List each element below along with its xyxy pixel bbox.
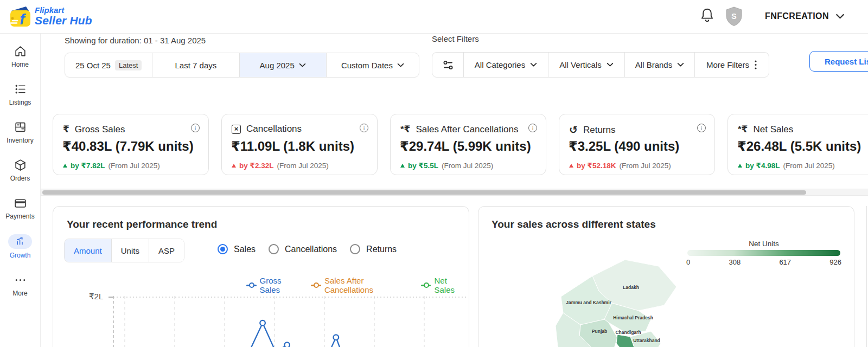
metric-value: ₹11.09L (1.8K units) xyxy=(231,139,354,154)
date-tab-label: Aug 2025 xyxy=(260,61,295,70)
delta-note: (From Jul 2025) xyxy=(277,162,328,170)
delta-up-icon xyxy=(400,164,405,168)
radio-label: Cancellations xyxy=(285,245,337,254)
radio-sales[interactable]: Sales xyxy=(218,244,256,254)
date-tab-last-7-days[interactable]: Last 7 days xyxy=(152,53,239,77)
y-axis-label: ₹2L xyxy=(89,292,103,301)
tab-asp[interactable]: ASP xyxy=(149,239,184,262)
tab-amount[interactable]: Amount xyxy=(65,239,112,262)
info-icon[interactable] xyxy=(697,124,706,132)
latest-badge: Latest xyxy=(115,60,142,70)
cancel-box-icon xyxy=(232,125,241,134)
brand-text: Flipkart Seller Hub xyxy=(35,6,92,27)
account-menu[interactable]: FNFCREATION xyxy=(765,9,845,23)
inventory-icon xyxy=(14,120,27,134)
metric-card-net-sales: Net Sales ₹26.48L (5.5K units) by ₹4.98L… xyxy=(727,114,868,175)
india-states-map[interactable]: Ladakh Jammu and Kashmir Himachal Prades… xyxy=(511,245,706,347)
more-filters-button[interactable]: More Filters xyxy=(695,53,769,77)
delta-note: (From Jul 2025) xyxy=(783,162,834,170)
seller-shield-avatar[interactable]: S xyxy=(725,6,743,27)
delta-up-icon xyxy=(569,164,573,168)
netunits-ticks: 0 308 617 926 xyxy=(686,258,841,266)
sidebar-item-label: Payments xyxy=(5,213,34,220)
states-sales-card: Your sales across different states Net U… xyxy=(478,206,854,347)
sidebar-item-inventory[interactable]: Inventory xyxy=(1,120,40,144)
sidebar-item-orders[interactable]: Orders xyxy=(1,158,40,182)
cards-horizontal-scrollbar[interactable] xyxy=(41,189,868,196)
netunits-tick: 617 xyxy=(779,258,791,266)
sidebar-item-listings[interactable]: Listings xyxy=(1,82,40,106)
state-label-ladakh: Ladakh xyxy=(623,285,639,290)
date-tab-label: Custom Dates xyxy=(341,61,393,70)
radio-cancellations[interactable]: Cancellations xyxy=(269,244,337,254)
filter-label: More Filters xyxy=(706,60,749,69)
filter-label: All Verticals xyxy=(559,60,602,69)
chevron-down-icon xyxy=(299,63,306,68)
date-tab-custom-dates[interactable]: Custom Dates xyxy=(327,53,419,77)
metric-value: ₹29.74L (5.99K units) xyxy=(400,139,531,154)
brand-line2: Seller Hub xyxy=(35,15,92,27)
metric-radio-group: Sales Cancellations Returns xyxy=(218,244,397,254)
legend-marker-icon xyxy=(246,285,257,286)
info-icon[interactable] xyxy=(360,124,368,132)
date-tab-latest[interactable]: 25 Oct 25 Latest xyxy=(65,53,152,77)
data-point-marker[interactable] xyxy=(334,335,339,340)
metric-value: ₹26.48L (5.5K units) xyxy=(737,139,861,154)
metric-card-cancellations: Cancellations ₹11.09L (1.8K units) by ₹2… xyxy=(221,114,378,175)
metric-card-gross-sales: Gross Sales ₹40.83L (7.79K units) by ₹7.… xyxy=(53,114,209,175)
rupee-star-icon xyxy=(738,124,748,135)
delta-text: by ₹4.98L xyxy=(745,161,780,170)
delta-note: (From Jul 2025) xyxy=(619,162,671,170)
filter-sliders-button[interactable] xyxy=(432,53,464,77)
delta-up-icon xyxy=(738,164,742,168)
sidebar-item-payments[interactable]: Payments xyxy=(1,196,40,220)
gross-sales-line xyxy=(246,323,343,347)
filter-bar: All Categories All Verticals All Brands … xyxy=(432,52,769,78)
sidebar-item-more[interactable]: More xyxy=(1,273,40,297)
delta-note: (From Jul 2025) xyxy=(108,162,159,170)
sidebar: Home Listings Inventory Orders Payments … xyxy=(0,33,41,347)
netunits-legend-title: Net Units xyxy=(687,240,840,248)
chevron-down-icon xyxy=(607,62,614,67)
rupee-icon xyxy=(63,124,69,135)
select-filters-label: Select Filters xyxy=(432,34,479,43)
unit-tabs: Amount Units ASP xyxy=(64,239,184,262)
data-point-marker[interactable] xyxy=(284,342,290,347)
metric-delta: by ₹5.5L (From Jul 2025) xyxy=(400,161,493,170)
page-scrollbar-edge[interactable] xyxy=(866,206,867,347)
metric-value: ₹40.83L (7.79K units) xyxy=(62,139,194,154)
request-list-button[interactable]: Request List xyxy=(809,51,868,72)
performance-trend-card: Your recent performance trend Amount Uni… xyxy=(53,206,469,347)
filter-categories-dropdown[interactable]: All Categories xyxy=(464,53,548,77)
sidebar-item-label: Inventory xyxy=(7,137,33,144)
info-icon[interactable] xyxy=(191,124,200,132)
date-tab-month-picker[interactable]: Aug 2025 xyxy=(240,53,327,77)
metric-delta: by ₹4.98L (From Jul 2025) xyxy=(738,161,835,170)
data-point-marker[interactable] xyxy=(260,320,265,326)
active-pill xyxy=(8,234,32,249)
rupee-star-icon xyxy=(400,124,410,135)
filter-brands-dropdown[interactable]: All Brands xyxy=(625,53,695,77)
notification-bell-button[interactable] xyxy=(700,7,716,24)
radio-returns[interactable]: Returns xyxy=(350,244,397,254)
tab-units[interactable]: Units xyxy=(112,239,149,262)
filter-verticals-dropdown[interactable]: All Verticals xyxy=(548,53,625,77)
filter-label: All Categories xyxy=(475,60,525,69)
netunits-tick: 926 xyxy=(829,258,841,266)
legend-marker-icon xyxy=(421,285,431,286)
metric-delta: by ₹7.82L (From Jul 2025) xyxy=(63,161,160,170)
duration-text: Showing for duration: 01 - 31 Aug 2025 xyxy=(65,36,206,45)
state-label-himachal: Himachal Pradesh xyxy=(613,315,653,320)
date-tab-label: Last 7 days xyxy=(175,61,217,70)
filter-sliders-icon xyxy=(441,59,455,72)
sidebar-item-growth[interactable]: Growth xyxy=(1,234,40,259)
state-label-chandigarh: Chandigarh xyxy=(615,330,641,335)
cards-horizontal-scrollbar-thumb[interactable] xyxy=(42,190,806,195)
info-icon[interactable] xyxy=(528,124,537,132)
metric-title: Returns xyxy=(583,125,616,136)
legend-marker-icon xyxy=(311,285,321,286)
metric-title: Gross Sales xyxy=(75,124,125,135)
metric-title: Cancellations xyxy=(246,124,302,134)
flipkart-logo[interactable]: f xyxy=(8,4,33,29)
sidebar-item-home[interactable]: Home xyxy=(1,44,40,68)
